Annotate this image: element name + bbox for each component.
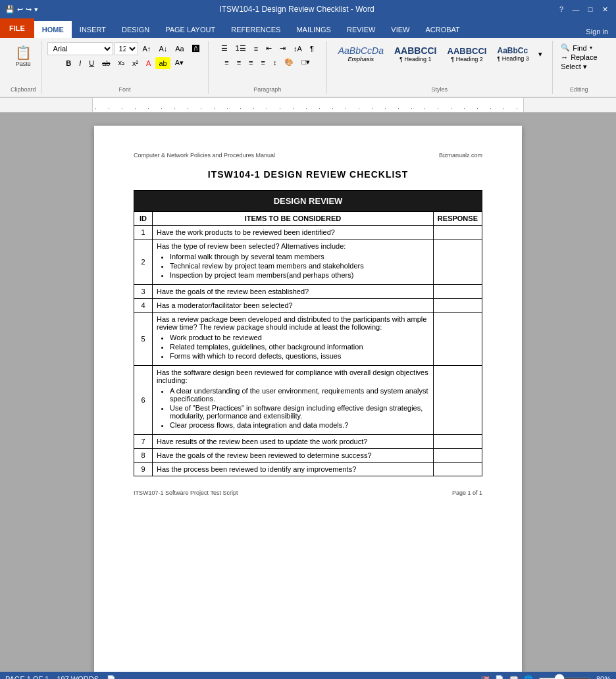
clipboard-group: 📋 Paste Clipboard — [5, 41, 42, 94]
row-id: 5 — [134, 313, 153, 366]
tab-design[interactable]: DESIGN — [114, 21, 157, 38]
font-name-selector[interactable]: Arial — [47, 42, 113, 55]
shading-button[interactable]: 🎨 — [281, 56, 297, 68]
row-response — [433, 435, 482, 449]
clear-format-button[interactable]: 🅰 — [189, 43, 203, 55]
paragraph-group: ☰ 1☰ ≡ ⇤ ⇥ ↕A ¶ ≡ ≡ ≡ ≡ ↕ 🎨 □▾ Paragraph — [209, 41, 327, 94]
table-row: 6 Has the software design been reviewed … — [134, 366, 482, 435]
increase-indent-button[interactable]: ⇥ — [276, 42, 289, 55]
select-button[interactable]: Select ▾ — [561, 63, 597, 71]
style-heading2[interactable]: AABBCCI ¶ Heading 2 — [443, 44, 492, 64]
list-item: Work product to be reviewed — [170, 334, 429, 341]
list-item: Use of "Best Practices" in software desi… — [170, 404, 429, 420]
help-button[interactable]: ? — [555, 3, 567, 15]
footer-right: Page 1 of 1 — [452, 490, 482, 496]
view-web-button[interactable]: 🌐 — [524, 675, 533, 680]
status-right: 🇺🇸 📄 📖 🌐 80% — [480, 675, 611, 680]
layout-icon[interactable]: 📄 — [107, 675, 116, 680]
more-styles-button[interactable]: ▾ — [535, 48, 546, 61]
styles-group: AaBbCcDa Emphasis AABBCCI ¶ Heading 1 AA… — [327, 41, 553, 94]
maximize-button[interactable]: □ — [584, 3, 596, 15]
row-response — [433, 299, 482, 313]
list-item: Clear process flows, data integration an… — [170, 421, 429, 429]
align-right-button[interactable]: ≡ — [245, 57, 256, 68]
tab-mailings[interactable]: MAILINGS — [288, 21, 339, 38]
multilevel-button[interactable]: ≡ — [251, 43, 261, 55]
document-area[interactable]: Computer & Network Policies and Procedur… — [0, 113, 616, 672]
select-label: Select ▾ — [561, 63, 587, 71]
tab-review[interactable]: REVIEW — [339, 21, 383, 38]
list-item: Technical review by project team members… — [170, 262, 429, 270]
line-spacing-button[interactable]: ↕ — [270, 57, 280, 68]
page-header: Computer & Network Policies and Procedur… — [134, 152, 482, 159]
bullets-button[interactable]: ☰ — [218, 42, 231, 55]
italic-button[interactable]: I — [76, 57, 84, 69]
tab-file[interactable]: FILE — [0, 18, 34, 38]
grow-font-button[interactable]: A↑ — [140, 43, 155, 55]
bullet-list: Work product to be reviewed Related temp… — [157, 334, 429, 360]
strikethrough-button[interactable]: ab — [99, 57, 113, 69]
table-row: 4 Has a moderator/facilitator been selec… — [134, 299, 482, 313]
paragraph-row2: ≡ ≡ ≡ ≡ ↕ 🎨 □▾ — [221, 56, 313, 68]
view-print-button[interactable]: 📄 — [495, 675, 504, 680]
font-size-selector[interactable]: 12 — [115, 42, 138, 55]
view-reading-button[interactable]: 📖 — [509, 675, 519, 680]
change-case-button[interactable]: Aa — [172, 43, 187, 55]
minimize-button[interactable]: — — [570, 3, 582, 15]
replace-button[interactable]: ↔ Replace — [561, 53, 597, 61]
row-id: 6 — [134, 366, 153, 435]
underline-button[interactable]: U — [86, 57, 97, 69]
col-items-header: ITEMS TO BE CONSIDERED — [153, 212, 434, 226]
tab-view[interactable]: VIEW — [383, 21, 417, 38]
sign-in-button[interactable]: Sign in — [578, 25, 616, 38]
clipboard-label: Clipboard — [11, 85, 36, 93]
undo-icon[interactable]: ↩ — [17, 5, 23, 14]
align-center-button[interactable]: ≡ — [234, 57, 244, 68]
table-row: 7 Have results of the review been used t… — [134, 435, 482, 449]
save-icon[interactable]: 💾 — [5, 5, 14, 14]
font-row1: Arial 12 A↑ A↓ Aa 🅰 — [47, 42, 203, 55]
text-color-button[interactable]: A — [143, 57, 154, 69]
row-response — [433, 226, 482, 239]
style-heading1[interactable]: AABBCCI ¶ Heading 1 — [390, 43, 442, 64]
superscript-button[interactable]: x² — [129, 57, 141, 69]
style-heading3[interactable]: AaBbCc ¶ Heading 3 — [492, 44, 533, 64]
align-left-button[interactable]: ≡ — [221, 57, 232, 68]
find-button[interactable]: 🔍 Find ▾ — [561, 43, 597, 52]
replace-icon: ↔ — [561, 53, 568, 61]
justify-button[interactable]: ≡ — [258, 57, 269, 68]
find-dropdown[interactable]: ▾ — [590, 45, 592, 51]
row-item: Have the work products to be reviewed be… — [153, 226, 434, 239]
shrink-font-button[interactable]: A↓ — [155, 43, 170, 55]
tab-page-layout[interactable]: PAGE LAYOUT — [157, 21, 223, 38]
row-response — [433, 449, 482, 463]
word-count: 197 WORDS — [57, 675, 99, 679]
font-color-button[interactable]: A▾ — [172, 57, 187, 69]
tab-references[interactable]: REFERENCES — [223, 21, 288, 38]
highlight-button[interactable]: ab — [155, 57, 170, 69]
row-id: 4 — [134, 299, 153, 313]
borders-button[interactable]: □▾ — [298, 56, 313, 68]
tab-insert[interactable]: INSERT — [72, 21, 114, 38]
paste-button[interactable]: 📋 Paste — [13, 43, 34, 68]
tab-home[interactable]: HOME — [34, 21, 72, 38]
numbering-button[interactable]: 1☰ — [232, 42, 249, 55]
find-icon: 🔍 — [561, 43, 570, 52]
quick-access-toolbar[interactable]: 💾 ↩ ↪ ▾ — [5, 5, 38, 14]
col-id-header: ID — [134, 212, 153, 226]
show-marks-button[interactable]: ¶ — [307, 43, 317, 55]
style-emphasis[interactable]: AaBbCcDa Emphasis — [334, 43, 388, 64]
subscript-button[interactable]: x₂ — [115, 57, 128, 69]
editing-group: 🔍 Find ▾ ↔ Replace Select ▾ Editing — [553, 41, 605, 94]
row-response — [433, 313, 482, 366]
list-item: Informal walk through by several team me… — [170, 253, 429, 261]
window-controls[interactable]: ? — □ ✕ — [555, 3, 611, 15]
tab-acrobat[interactable]: ACROBAT — [417, 21, 467, 38]
redo-icon[interactable]: ↪ — [26, 5, 32, 14]
close-button[interactable]: ✕ — [599, 3, 611, 15]
decrease-indent-button[interactable]: ⇤ — [263, 42, 275, 55]
bullet-list: Informal walk through by several team me… — [157, 253, 429, 279]
bold-button[interactable]: B — [63, 57, 74, 69]
page-info: PAGE 1 OF 1 — [5, 675, 49, 679]
sort-button[interactable]: ↕A — [290, 43, 305, 55]
